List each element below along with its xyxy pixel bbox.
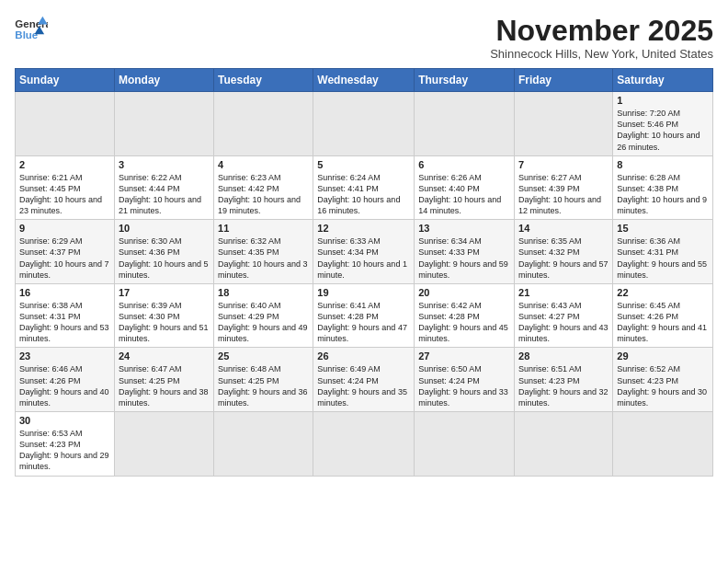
calendar-cell: 22Sunrise: 6:45 AM Sunset: 4:26 PM Dayli…	[613, 283, 713, 348]
day-info: Sunrise: 6:21 AM Sunset: 4:45 PM Dayligh…	[19, 172, 110, 217]
calendar-cell	[214, 412, 313, 477]
day-info: Sunrise: 6:36 AM Sunset: 4:31 PM Dayligh…	[617, 236, 709, 281]
day-info: Sunrise: 6:27 AM Sunset: 4:39 PM Dayligh…	[518, 172, 609, 217]
weekday-header-thursday: Thursday	[415, 69, 515, 92]
day-info: Sunrise: 6:51 AM Sunset: 4:23 PM Dayligh…	[518, 363, 609, 408]
calendar-cell: 17Sunrise: 6:39 AM Sunset: 4:30 PM Dayli…	[114, 283, 213, 348]
calendar-cell: 8Sunrise: 6:28 AM Sunset: 4:38 PM Daylig…	[613, 155, 713, 220]
calendar-cell: 10Sunrise: 6:30 AM Sunset: 4:36 PM Dayli…	[114, 220, 213, 284]
calendar-cell: 24Sunrise: 6:47 AM Sunset: 4:25 PM Dayli…	[114, 348, 213, 412]
day-info: Sunrise: 6:42 AM Sunset: 4:28 PM Dayligh…	[418, 300, 510, 345]
calendar-cell	[415, 412, 515, 477]
location-subtitle: Shinnecock Hills, New York, United State…	[490, 47, 713, 61]
day-info: Sunrise: 6:50 AM Sunset: 4:24 PM Dayligh…	[418, 363, 510, 408]
day-info: Sunrise: 6:28 AM Sunset: 4:38 PM Dayligh…	[617, 172, 709, 217]
day-number: 26	[317, 350, 410, 362]
day-info: Sunrise: 6:24 AM Sunset: 4:41 PM Dayligh…	[317, 172, 410, 217]
weekday-header-sunday: Sunday	[16, 69, 115, 92]
day-number: 28	[518, 350, 609, 362]
calendar-cell: 2Sunrise: 6:21 AM Sunset: 4:45 PM Daylig…	[16, 155, 115, 220]
weekday-header-monday: Monday	[114, 69, 213, 92]
day-number: 27	[418, 350, 510, 362]
calendar-cell	[613, 412, 713, 477]
calendar-cell: 19Sunrise: 6:41 AM Sunset: 4:28 PM Dayli…	[313, 283, 415, 348]
day-number: 7	[518, 159, 609, 170]
calendar-cell	[114, 92, 213, 156]
calendar-cell: 3Sunrise: 6:22 AM Sunset: 4:44 PM Daylig…	[114, 155, 213, 220]
calendar-cell: 21Sunrise: 6:43 AM Sunset: 4:27 PM Dayli…	[515, 283, 613, 348]
calendar-week-row: 2Sunrise: 6:21 AM Sunset: 4:45 PM Daylig…	[16, 155, 713, 220]
day-number: 17	[119, 287, 210, 298]
day-number: 6	[418, 159, 510, 170]
day-number: 1	[617, 95, 709, 106]
day-info: Sunrise: 6:35 AM Sunset: 4:32 PM Dayligh…	[518, 236, 609, 281]
day-info: Sunrise: 7:20 AM Sunset: 5:46 PM Dayligh…	[617, 108, 709, 153]
day-info: Sunrise: 6:52 AM Sunset: 4:23 PM Dayligh…	[617, 363, 709, 408]
day-number: 24	[119, 350, 210, 362]
calendar-cell: 7Sunrise: 6:27 AM Sunset: 4:39 PM Daylig…	[515, 155, 613, 220]
day-number: 21	[518, 287, 609, 298]
day-number: 8	[617, 159, 709, 170]
day-number: 12	[317, 223, 410, 234]
day-number: 3	[119, 159, 210, 170]
calendar-week-row: 9Sunrise: 6:29 AM Sunset: 4:37 PM Daylig…	[16, 220, 713, 284]
svg-text:Blue: Blue	[15, 29, 38, 40]
weekday-header-wednesday: Wednesday	[313, 69, 415, 92]
day-number: 5	[317, 159, 410, 170]
title-area: November 2025 Shinnecock Hills, New York…	[490, 15, 713, 61]
day-info: Sunrise: 6:46 AM Sunset: 4:26 PM Dayligh…	[19, 363, 110, 408]
calendar-cell: 29Sunrise: 6:52 AM Sunset: 4:23 PM Dayli…	[613, 348, 713, 412]
day-info: Sunrise: 6:22 AM Sunset: 4:44 PM Dayligh…	[119, 172, 210, 217]
day-info: Sunrise: 6:33 AM Sunset: 4:34 PM Dayligh…	[317, 236, 410, 281]
page-header: General Blue November 2025 Shinnecock Hi…	[15, 15, 713, 61]
day-info: Sunrise: 6:53 AM Sunset: 4:23 PM Dayligh…	[19, 428, 110, 473]
day-number: 13	[418, 223, 510, 234]
day-info: Sunrise: 6:38 AM Sunset: 4:31 PM Dayligh…	[19, 300, 110, 345]
calendar-cell: 16Sunrise: 6:38 AM Sunset: 4:31 PM Dayli…	[16, 283, 115, 348]
calendar-cell: 20Sunrise: 6:42 AM Sunset: 4:28 PM Dayli…	[415, 283, 515, 348]
day-number: 14	[518, 223, 609, 234]
calendar-cell: 12Sunrise: 6:33 AM Sunset: 4:34 PM Dayli…	[313, 220, 415, 284]
day-number: 19	[317, 287, 410, 298]
day-info: Sunrise: 6:26 AM Sunset: 4:40 PM Dayligh…	[418, 172, 510, 217]
day-number: 22	[617, 287, 709, 298]
calendar-cell: 5Sunrise: 6:24 AM Sunset: 4:41 PM Daylig…	[313, 155, 415, 220]
weekday-header-saturday: Saturday	[613, 69, 713, 92]
day-info: Sunrise: 6:49 AM Sunset: 4:24 PM Dayligh…	[317, 363, 410, 408]
calendar-cell: 1Sunrise: 7:20 AM Sunset: 5:46 PM Daylig…	[613, 92, 713, 156]
day-info: Sunrise: 6:41 AM Sunset: 4:28 PM Dayligh…	[317, 300, 410, 345]
day-number: 29	[617, 350, 709, 362]
calendar-week-row: 16Sunrise: 6:38 AM Sunset: 4:31 PM Dayli…	[16, 283, 713, 348]
day-number: 15	[617, 223, 709, 234]
day-number: 30	[19, 415, 110, 426]
day-info: Sunrise: 6:29 AM Sunset: 4:37 PM Dayligh…	[19, 236, 110, 281]
calendar-cell: 30Sunrise: 6:53 AM Sunset: 4:23 PM Dayli…	[16, 412, 115, 477]
calendar-table: SundayMondayTuesdayWednesdayThursdayFrid…	[15, 68, 713, 476]
day-number: 25	[218, 350, 309, 362]
day-number: 9	[19, 223, 110, 234]
day-info: Sunrise: 6:32 AM Sunset: 4:35 PM Dayligh…	[218, 236, 309, 281]
logo-icon: General Blue	[15, 15, 48, 42]
day-info: Sunrise: 6:39 AM Sunset: 4:30 PM Dayligh…	[119, 300, 210, 345]
day-number: 10	[119, 223, 210, 234]
calendar-header-row: SundayMondayTuesdayWednesdayThursdayFrid…	[16, 69, 713, 92]
day-info: Sunrise: 6:23 AM Sunset: 4:42 PM Dayligh…	[218, 172, 309, 217]
calendar-cell	[515, 92, 613, 156]
month-title: November 2025	[490, 15, 713, 47]
day-info: Sunrise: 6:47 AM Sunset: 4:25 PM Dayligh…	[119, 363, 210, 408]
calendar-cell	[415, 92, 515, 156]
day-info: Sunrise: 6:40 AM Sunset: 4:29 PM Dayligh…	[218, 300, 309, 345]
calendar-cell: 26Sunrise: 6:49 AM Sunset: 4:24 PM Dayli…	[313, 348, 415, 412]
day-number: 16	[19, 287, 110, 298]
calendar-cell: 28Sunrise: 6:51 AM Sunset: 4:23 PM Dayli…	[515, 348, 613, 412]
calendar-cell	[515, 412, 613, 477]
day-number: 4	[218, 159, 309, 170]
day-number: 18	[218, 287, 309, 298]
logo: General Blue	[15, 15, 48, 42]
day-info: Sunrise: 6:48 AM Sunset: 4:25 PM Dayligh…	[218, 363, 309, 408]
calendar-cell: 6Sunrise: 6:26 AM Sunset: 4:40 PM Daylig…	[415, 155, 515, 220]
calendar-cell: 25Sunrise: 6:48 AM Sunset: 4:25 PM Dayli…	[214, 348, 313, 412]
calendar-cell: 9Sunrise: 6:29 AM Sunset: 4:37 PM Daylig…	[16, 220, 115, 284]
weekday-header-tuesday: Tuesday	[214, 69, 313, 92]
calendar-cell: 18Sunrise: 6:40 AM Sunset: 4:29 PM Dayli…	[214, 283, 313, 348]
